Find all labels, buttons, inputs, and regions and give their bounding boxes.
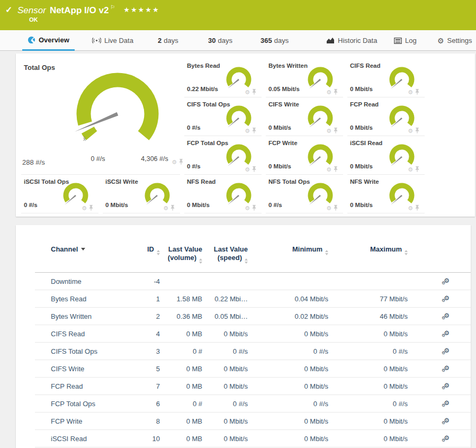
gauge-nfs-write[interactable]: NFS Write0 Mbit/s⚙ bbox=[347, 175, 425, 213]
channel-settings-cell: ⚙⚙ bbox=[408, 417, 471, 425]
gauge-iscsi-write[interactable]: iSCSI Write0 Mbit/s⚙ bbox=[103, 175, 180, 213]
gauge-nfs-total-ops[interactable]: NFS Total Ops0 #/s⚙ bbox=[266, 175, 343, 213]
gauge-settings-icon[interactable]: ⚙ bbox=[326, 128, 331, 135]
column-label: (speed) bbox=[218, 254, 242, 262]
last-value-volume: 0 MB bbox=[160, 330, 202, 338]
gauge-settings-icon[interactable]: ⚙ bbox=[326, 89, 331, 96]
gauge-settings-icon[interactable]: ⚙ bbox=[408, 89, 413, 96]
channel-settings-icon[interactable]: ⚙⚙ bbox=[442, 312, 450, 320]
column-header-last-value-speed[interactable]: Last Value(speed) bbox=[202, 245, 248, 264]
gauge-nfs-read[interactable]: NFS Read0 Mbit/s⚙ bbox=[184, 175, 262, 213]
channel-settings-icon[interactable]: ⚙⚙ bbox=[442, 294, 450, 302]
channel-settings-icon[interactable]: ⚙⚙ bbox=[442, 277, 450, 285]
channel-settings-icon[interactable]: ⚙⚙ bbox=[442, 347, 450, 355]
gauge-settings-icon[interactable]: ⚙ bbox=[326, 205, 331, 212]
gauge-settings-icon[interactable]: ⚙ bbox=[82, 205, 87, 212]
gauge-pin-icon[interactable] bbox=[334, 165, 338, 174]
last-value-speed: 0.22 Mbi… bbox=[202, 295, 248, 303]
channel-settings-icon[interactable]: ⚙⚙ bbox=[442, 382, 450, 390]
gauge-settings-icon[interactable]: ⚙ bbox=[172, 159, 177, 166]
gauge-current-value: 0 Mbit/s bbox=[350, 124, 373, 131]
gauge-fcp-total-ops[interactable]: FCP Total Ops0 #/s⚙ bbox=[184, 136, 262, 175]
gauge-settings-icon[interactable]: ⚙ bbox=[245, 166, 250, 173]
gauge-current-value: 0.22 Mbit/s bbox=[187, 86, 218, 92]
gauge-iscsi-total-ops[interactable]: iSCSI Total Ops0 #/s⚙ bbox=[21, 175, 98, 213]
gauge-title: Total Ops bbox=[24, 64, 55, 71]
gauge-pin-icon[interactable] bbox=[415, 203, 419, 213]
maximum-value: 77 Mbit/s bbox=[328, 295, 408, 303]
channel-settings-icon[interactable]: ⚙⚙ bbox=[442, 434, 450, 442]
gauge-pin-icon[interactable] bbox=[334, 87, 338, 97]
channel-settings-icon[interactable]: ⚙⚙ bbox=[442, 329, 450, 337]
tab-overview[interactable]: Overview bbox=[22, 30, 75, 51]
sort-desc-icon[interactable] bbox=[81, 248, 85, 250]
minimum-value: 0.02 Mbit/s bbox=[248, 312, 328, 320]
gauge-pin-icon[interactable] bbox=[415, 126, 419, 136]
channel-settings-icon[interactable]: ⚙⚙ bbox=[442, 364, 450, 372]
gauge-pin-icon[interactable] bbox=[89, 203, 93, 213]
gauge-min-label: 0 #/s bbox=[91, 155, 105, 163]
gauge-pin-icon[interactable] bbox=[179, 157, 183, 167]
gauge-title: FCP Write bbox=[268, 140, 298, 146]
column-label: (volume) bbox=[168, 254, 196, 262]
tab-live-data[interactable]: Live Data bbox=[87, 30, 139, 51]
tab-log[interactable]: Log bbox=[389, 30, 422, 51]
gauge-current-value: 0 Mbit/s bbox=[105, 202, 128, 208]
channel-name: FCP Total Ops bbox=[35, 400, 128, 408]
table-row-cifs-read: CIFS Read40 MB0 Mbit/s0 Mbit/s0 Mbit/s⚙⚙ bbox=[35, 325, 471, 343]
tab-30-days[interactable]: 30days bbox=[203, 30, 238, 51]
gauge-pin-icon[interactable] bbox=[334, 203, 338, 213]
gauge-pin-icon[interactable] bbox=[252, 126, 256, 136]
gauge-cifs-read[interactable]: CIFS Read0 Mbit/s⚙ bbox=[347, 59, 425, 97]
column-label: Last Value bbox=[168, 245, 202, 253]
gauge-settings-icon[interactable]: ⚙ bbox=[245, 89, 250, 96]
gauge-current-value: 0 Mbit/s bbox=[187, 202, 210, 208]
gauge-bytes-written[interactable]: Bytes Written0.05 Mbit/s⚙ bbox=[266, 59, 343, 97]
column-header-channel[interactable]: Channel bbox=[35, 245, 128, 264]
sensor-type-label: Sensor bbox=[17, 5, 46, 15]
gauge-settings-icon[interactable]: ⚙ bbox=[408, 205, 413, 212]
column-header-id[interactable]: ID bbox=[128, 245, 160, 264]
gauge-settings-icon[interactable]: ⚙ bbox=[408, 128, 413, 135]
last-value-speed: 0 Mbit/s bbox=[202, 435, 248, 443]
gauge-cifs-write[interactable]: CIFS Write0 Mbit/s⚙ bbox=[266, 97, 343, 136]
gauge-pin-icon[interactable] bbox=[415, 87, 419, 97]
channel-name: Downtime bbox=[35, 277, 128, 285]
gauge-pin-icon[interactable] bbox=[170, 203, 175, 213]
priority-stars[interactable]: ★★★★★ bbox=[123, 6, 159, 14]
gauge-pin-icon[interactable] bbox=[252, 165, 256, 174]
channel-name: Bytes Read bbox=[35, 295, 128, 303]
channel-settings-icon[interactable]: ⚙⚙ bbox=[442, 417, 450, 425]
gauge-settings-icon[interactable]: ⚙ bbox=[245, 205, 250, 212]
gauge-title: NFS Total Ops bbox=[268, 178, 310, 185]
flag-icon[interactable]: ⚐ bbox=[110, 4, 115, 10]
gauge-pin-icon[interactable] bbox=[415, 165, 419, 174]
tab-2-days[interactable]: 2days bbox=[152, 30, 184, 51]
gauge-settings-icon[interactable]: ⚙ bbox=[245, 128, 250, 135]
tab-historic-data[interactable]: Historic Data bbox=[321, 30, 382, 51]
gauge-fcp-read[interactable]: FCP Read0 Mbit/s⚙ bbox=[347, 97, 425, 136]
minimum-value: 0 Mbit/s bbox=[248, 435, 328, 443]
gauge-settings-icon[interactable]: ⚙ bbox=[326, 166, 331, 173]
channel-settings-icon[interactable]: ⚙⚙ bbox=[442, 399, 450, 407]
gauge-actions: ⚙ bbox=[408, 165, 419, 174]
gauge-icon bbox=[28, 36, 35, 44]
gauge-title: iSCSI Read bbox=[350, 140, 382, 146]
gauge-fcp-write[interactable]: FCP Write0 Mbit/s⚙ bbox=[266, 136, 343, 175]
gauge-total-ops[interactable]: Total Ops x̄ 288 #/s 0 #/s 4,306 #/s ⚙ bbox=[21, 59, 180, 175]
gauge-iscsi-read[interactable]: iSCSI Read0 Mbit/s⚙ bbox=[347, 136, 425, 175]
gauge-title: NFS Write bbox=[350, 178, 379, 185]
tab-365-days[interactable]: 365days bbox=[255, 30, 294, 51]
tab-settings[interactable]: ⚙Settings bbox=[432, 30, 476, 51]
gauge-settings-icon[interactable]: ⚙ bbox=[408, 166, 413, 173]
gauge-settings-icon[interactable]: ⚙ bbox=[163, 205, 168, 212]
column-header-minimum[interactable]: Minimum bbox=[248, 245, 328, 264]
gauge-pin-icon[interactable] bbox=[252, 203, 256, 213]
gauge-cifs-total-ops[interactable]: CIFS Total Ops0 #/s⚙ bbox=[184, 97, 262, 136]
gauge-bytes-read[interactable]: Bytes Read0.22 Mbit/s⚙ bbox=[184, 59, 262, 97]
gauge-pin-icon[interactable] bbox=[334, 126, 338, 136]
column-header-last-value-volume[interactable]: Last Value(volume) bbox=[160, 245, 202, 264]
column-header-maximum[interactable]: Maximum bbox=[328, 245, 408, 264]
maximum-value: 0 Mbit/s bbox=[328, 382, 408, 390]
gauge-pin-icon[interactable] bbox=[252, 87, 256, 97]
